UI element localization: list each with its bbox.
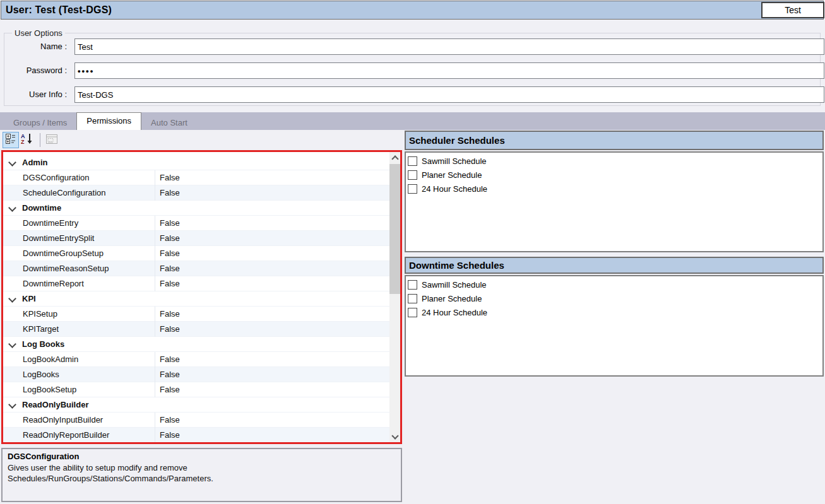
category-row-log-books[interactable]: Log Books [3, 337, 389, 352]
checkbox[interactable] [408, 184, 417, 194]
property-row-downtimeentrysplit[interactable]: DowntimeEntrySplitFalse [3, 231, 389, 246]
property-name: DowntimeEntrySplit [23, 231, 94, 245]
category-row-admin[interactable]: Admin [3, 155, 389, 170]
list-item-planer-schedule[interactable]: Planer Schedule [406, 291, 822, 305]
name-field[interactable] [74, 38, 824, 55]
description-line: Gives user the ability to setup modify a… [8, 462, 396, 473]
property-row-downtimereasonsetup[interactable]: DowntimeReasonSetupFalse [3, 261, 389, 276]
chevron-down-icon[interactable] [8, 401, 16, 409]
property-value[interactable]: False [160, 352, 180, 366]
alphabetical-sort-icon: A Z [21, 133, 33, 147]
list-item-label: Planer Schedule [422, 170, 482, 180]
property-name: LogBookAdmin [23, 352, 78, 366]
toolbar-separator [40, 133, 40, 147]
description-line: Schedules/RunGroups/Stations/Commands/Pa… [8, 473, 396, 484]
property-value[interactable]: False [160, 382, 180, 397]
list-item-label: 24 Hour Schedule [422, 308, 487, 317]
categorized-button[interactable] [3, 132, 19, 148]
checkbox[interactable] [408, 294, 417, 303]
property-value[interactable]: False [160, 322, 180, 336]
description-title: DGSConfiguration [8, 452, 396, 461]
chevron-up-icon [391, 155, 398, 162]
property-pages-icon [46, 134, 57, 146]
checkbox[interactable] [408, 280, 417, 290]
property-row-dgsconfiguration[interactable]: DGSConfigurationFalse [3, 170, 389, 185]
property-value[interactable]: False [160, 367, 180, 382]
category-label: KPI [22, 291, 36, 306]
property-row-downtimegroupsetup[interactable]: DowntimeGroupSetupFalse [3, 246, 389, 261]
checkbox[interactable] [408, 308, 417, 317]
list-item-planer-schedule[interactable]: Planer Schedule [406, 168, 822, 182]
property-row-kpitarget[interactable]: KPITargetFalse [3, 322, 389, 337]
tab-strip: Groups / ItemsPermissionsAuto Start [0, 112, 825, 130]
password-label: Password : [0, 66, 67, 75]
tab-permissions[interactable]: Permissions [76, 112, 141, 130]
property-value[interactable]: False [160, 231, 180, 245]
list-item-sawmill-schedule[interactable]: Sawmill Schedule [406, 278, 822, 291]
property-row-logbooks[interactable]: LogBooksFalse [3, 367, 389, 382]
list-item-label: Sawmill Schedule [422, 280, 487, 290]
property-row-scheduleconfiguration[interactable]: ScheduleConfigurationFalse [3, 185, 389, 201]
scrollbar-thumb[interactable] [389, 164, 400, 294]
list-item-sawmill-schedule[interactable]: Sawmill Schedule [406, 154, 822, 168]
property-name: DowntimeReasonSetup [23, 261, 109, 276]
downtime-schedules-header: Downtime Schedules [405, 257, 824, 274]
property-value[interactable]: False [160, 170, 180, 185]
property-value[interactable]: False [160, 428, 180, 442]
property-description-box: DGSConfiguration Gives user the ability … [1, 448, 402, 502]
chevron-down-icon[interactable] [8, 340, 16, 348]
property-grid-rows: AdminDGSConfigurationFalseScheduleConfig… [3, 152, 389, 442]
property-grid-scrollbar[interactable] [389, 152, 400, 442]
chevron-down-icon [391, 432, 398, 439]
list-item-24-hour-schedule[interactable]: 24 Hour Schedule [406, 182, 822, 196]
user-info-field[interactable] [74, 86, 824, 103]
property-name: KPISetup [23, 307, 57, 321]
property-name: LogBookSetup [23, 382, 76, 397]
tab-groups-items[interactable]: Groups / Items [4, 115, 76, 130]
property-name: DowntimeReport [23, 276, 84, 291]
property-value[interactable]: False [160, 307, 180, 321]
property-value[interactable]: False [160, 216, 180, 230]
property-pages-button[interactable] [44, 132, 60, 148]
property-name: DowntimeGroupSetup [23, 246, 104, 261]
property-name: DGSConfiguration [23, 170, 90, 185]
property-row-readonlyreportbuilder[interactable]: ReadOnlyReportBuilderFalse [3, 428, 389, 442]
category-row-downtime[interactable]: Downtime [3, 201, 389, 216]
property-name: DowntimeEntry [23, 216, 78, 230]
scheduler-schedules-header: Scheduler Schedules [405, 131, 824, 150]
user-name-badge: Test [761, 2, 824, 18]
property-name: ReadOnlyInputBuilder [23, 413, 103, 427]
property-row-logbookadmin[interactable]: LogBookAdminFalse [3, 352, 389, 367]
category-row-kpi[interactable]: KPI [3, 291, 389, 307]
scroll-down-button[interactable] [389, 431, 400, 442]
category-row-readonlybuilder[interactable]: ReadOnlyBuilder [3, 397, 389, 413]
property-row-kpisetup[interactable]: KPISetupFalse [3, 307, 389, 322]
user-editor-window: User: Test (Test-DGS) Test User Options … [0, 0, 825, 504]
chevron-down-icon[interactable] [8, 158, 16, 167]
chevron-down-icon[interactable] [8, 204, 16, 212]
list-item-label: 24 Hour Schedule [422, 184, 487, 194]
property-value[interactable]: False [160, 413, 180, 427]
property-name: LogBooks [23, 367, 59, 382]
property-row-logbooksetup[interactable]: LogBookSetupFalse [3, 382, 389, 397]
checkbox[interactable] [408, 170, 417, 180]
checkbox[interactable] [408, 156, 417, 166]
property-row-downtimereport[interactable]: DowntimeReportFalse [3, 276, 389, 291]
chevron-down-icon[interactable] [8, 295, 16, 303]
property-value[interactable]: False [160, 276, 180, 291]
scroll-up-button[interactable] [389, 152, 400, 163]
property-row-readonlyinputbuilder[interactable]: ReadOnlyInputBuilderFalse [3, 413, 389, 428]
list-item-label: Sawmill Schedule [422, 156, 487, 166]
list-item-24-hour-schedule[interactable]: 24 Hour Schedule [406, 305, 822, 319]
property-row-downtimeentry[interactable]: DowntimeEntryFalse [3, 216, 389, 231]
property-value[interactable]: False [160, 246, 180, 261]
tab-auto-start[interactable]: Auto Start [141, 115, 197, 130]
scheduler-schedules-list: Sawmill SchedulePlaner Schedule24 Hour S… [405, 151, 824, 252]
password-field[interactable] [74, 62, 824, 79]
property-name: ReadOnlyReportBuilder [23, 428, 109, 442]
property-value[interactable]: False [160, 185, 180, 200]
propertygrid-toolbar: A Z [3, 131, 60, 149]
property-value[interactable]: False [160, 261, 180, 276]
category-label: Log Books [22, 337, 64, 351]
alphabetical-sort-button[interactable]: A Z [19, 132, 35, 148]
